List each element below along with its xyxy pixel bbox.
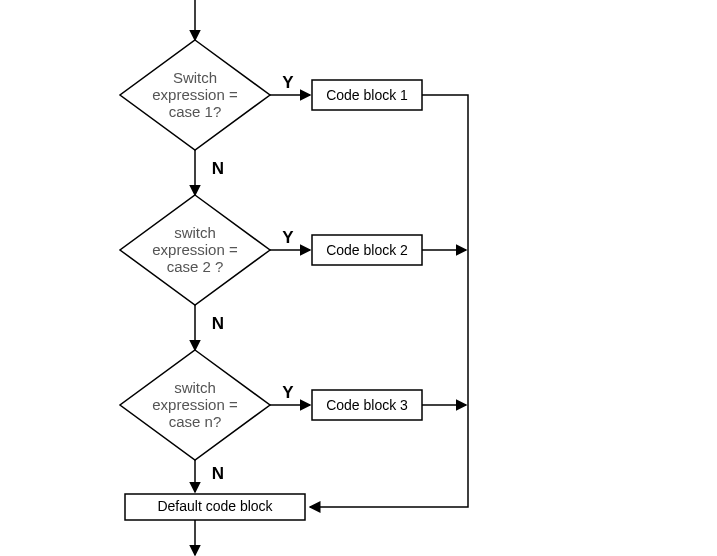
code-block-3: Code block 3 bbox=[312, 390, 422, 420]
code-block-1: Code block 1 bbox=[312, 80, 422, 110]
decision-2-line3: case 2 ? bbox=[167, 258, 224, 275]
decision-3-line1: switch bbox=[174, 379, 216, 396]
block-2-label: Code block 2 bbox=[326, 242, 408, 258]
switch-flowchart: Switch expression = case 1? Y Code block… bbox=[0, 0, 717, 556]
decision-3-line2: expression = bbox=[152, 396, 238, 413]
decision-1-line3: case 1? bbox=[169, 103, 222, 120]
decision-2-line2: expression = bbox=[152, 241, 238, 258]
no-label-3: N bbox=[212, 464, 224, 483]
decision-3-line3: case n? bbox=[169, 413, 222, 430]
block-3-label: Code block 3 bbox=[326, 397, 408, 413]
yes-label-1: Y bbox=[282, 73, 294, 92]
block-1-merge-arrow bbox=[310, 95, 468, 507]
decision-1-line1: Switch bbox=[173, 69, 217, 86]
code-block-2: Code block 2 bbox=[312, 235, 422, 265]
decision-case-n: switch expression = case n? bbox=[120, 350, 270, 460]
decision-case-1: Switch expression = case 1? bbox=[120, 40, 270, 150]
block-1-label: Code block 1 bbox=[326, 87, 408, 103]
yes-label-2: Y bbox=[282, 228, 294, 247]
no-label-2: N bbox=[212, 314, 224, 333]
decision-2-line1: switch bbox=[174, 224, 216, 241]
default-block-label: Default code block bbox=[157, 498, 273, 514]
default-code-block: Default code block bbox=[125, 494, 305, 520]
decision-case-2: switch expression = case 2 ? bbox=[120, 195, 270, 305]
decision-1-line2: expression = bbox=[152, 86, 238, 103]
no-label-1: N bbox=[212, 159, 224, 178]
yes-label-3: Y bbox=[282, 383, 294, 402]
